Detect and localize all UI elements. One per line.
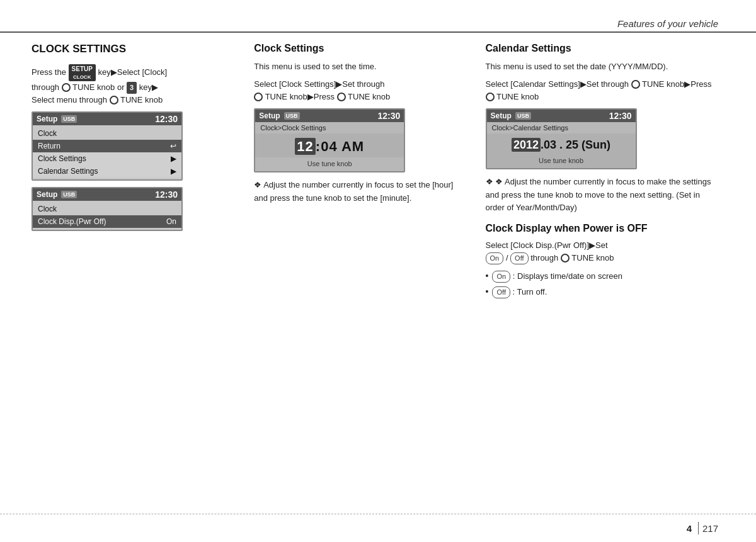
screen1-clock-settings-label: Clock Settings	[38, 154, 86, 163]
screen1-time: 12:30	[155, 114, 178, 124]
mid-screen-header-left: Setup USB	[259, 111, 299, 120]
screen1-header-left: Setup USB	[37, 115, 77, 123]
off-pill: Off	[510, 252, 528, 264]
right-screen-setup-label: Setup	[491, 111, 512, 120]
screen1-clock-label: Clock	[38, 129, 57, 138]
right-note-symbol: ❖	[486, 177, 496, 186]
right-s2-through: through	[530, 253, 561, 263]
screen2-header-left: Setup USB	[37, 190, 77, 199]
page-header: Features of your vehicle	[0, 0, 756, 33]
bullet-dot-1: •	[486, 269, 489, 283]
bullet-off-pill: Off : Turn off.	[492, 286, 547, 298]
mid-screen-time: 12:30	[377, 111, 400, 121]
mid-inst-2: TUNE knob▶Press	[265, 92, 337, 101]
mid-inst-1: Select [Clock Settings]▶Set through	[254, 79, 384, 89]
screen2-row-clock-disp: Clock Disp.(Pwr Off) On	[33, 215, 181, 228]
right-screen-time: 12:30	[609, 111, 632, 121]
mid-screen-header: Setup USB 12:30	[255, 110, 404, 122]
mid-section-title: Clock Settings	[254, 43, 462, 54]
right-screen-breadcrumb: Clock>Calendar Settings	[487, 122, 636, 133]
bullet-on-text: : Displays time/date on screen	[513, 271, 622, 281]
bullet-off-badge: Off	[492, 286, 510, 298]
tune-knob-icon2	[110, 96, 118, 104]
right-column: Calendar Settings This menu is used to s…	[474, 37, 724, 511]
right-screen-date-big: 2012.03 . 25 (Sun)	[487, 138, 636, 152]
header-title: Features of your vehicle	[617, 18, 718, 29]
screen-2: Setup USB 12:30 Clock Clock Disp.(Pwr Of…	[32, 187, 183, 231]
mid-inst-3: TUNE knob	[348, 92, 390, 101]
right-inst-3: TUNE knob	[496, 92, 539, 101]
mid-screen-time-big: 12:04 AM	[255, 138, 404, 155]
tune-knob-icon	[62, 83, 71, 92]
bullet-on-pill: On : Displays time/date on screen	[492, 270, 622, 283]
page-number: 217	[702, 523, 718, 534]
right-note: ❖ ❖ Adjust the number currently in focus…	[486, 176, 713, 213]
intro-text-1: Press the	[32, 67, 66, 77]
right-screen-date-highlight: 2012	[512, 138, 541, 152]
screen2-clock-label: Clock	[38, 205, 57, 213]
bullet-on-badge: On	[492, 271, 510, 283]
on-pill: On	[486, 252, 504, 264]
right-screen-header-left: Setup USB	[491, 111, 531, 120]
screen1-row-calendar-settings: Calendar Settings ▶	[33, 165, 181, 178]
screen1-calendar-settings-arrow: ▶	[171, 167, 176, 176]
mid-screen-breadcrumb: Clock>Clock Settings	[255, 122, 404, 133]
right-tune-knob	[631, 80, 640, 89]
right-desc1: This menu is used to set the date (YYYY/…	[486, 60, 713, 73]
right-desc1-text: This menu is used to set the date (YYYY/…	[486, 62, 668, 71]
intro-text-3: TUNE knob or	[72, 82, 127, 92]
mid-screen: Setup USB 12:30 Clock>Clock Settings 12:…	[254, 108, 405, 172]
right-section2-title: Clock Display when Power is OFF	[486, 223, 713, 234]
right-screen-date-rest: .03 . 25 (Sun)	[541, 138, 610, 151]
screen1-return-arrow: ↩	[170, 142, 176, 150]
chapter-number: 4	[687, 523, 692, 534]
right-screen-header: Setup USB 12:30	[487, 110, 636, 122]
mid-tune-knob2	[337, 93, 346, 101]
screen2-usb-badge: USB	[61, 191, 77, 198]
screen2-time: 12:30	[155, 189, 178, 200]
screen-1: Setup USB 12:30 Clock Return ↩ Clock Set…	[32, 111, 183, 181]
screen2-body: Clock Clock Disp.(Pwr Off) On	[33, 201, 181, 230]
screen1-usb-badge: USB	[61, 115, 77, 123]
screen2-row-clock: Clock	[33, 203, 181, 215]
mid-note-text: Adjust the number currently in focus to …	[254, 180, 453, 202]
right-section2-inst: Select [Clock Disp.(Pwr Off)]▶Set On / O…	[486, 239, 713, 264]
screen2-clock-disp-value: On	[166, 217, 176, 226]
mid-screen-setup-label: Setup	[259, 111, 280, 120]
mid-note-symbol: ❖	[254, 180, 263, 189]
mid-column: Clock Settings This menu is used to set …	[242, 37, 474, 511]
right-screen-date-display: 2012.03 . 25 (Sun)	[487, 133, 636, 154]
mid-instruction: Select [Clock Settings]▶Set through TUNE…	[254, 78, 462, 103]
intro-text-5: TUNE knob	[120, 95, 163, 104]
mid-note: ❖ Adjust the number currently in focus t…	[254, 179, 462, 204]
bullet-off-text: : Turn off.	[513, 287, 547, 296]
num-badge: 3	[127, 82, 137, 94]
screen1-row-return: Return ↩	[33, 140, 181, 152]
right-screen: Setup USB 12:30 Clock>Calendar Settings …	[486, 108, 637, 169]
bullet-dot-2: •	[486, 285, 489, 298]
screen2-clock-disp-label: Clock Disp.(Pwr Off)	[38, 217, 106, 226]
screen1-row-clock-settings: Clock Settings ▶	[33, 152, 181, 165]
mid-screen-time-highlight: 12	[295, 138, 315, 155]
screen2-header: Setup USB 12:30	[33, 188, 181, 201]
screen1-body: Clock Return ↩ Clock Settings ▶ Calendar…	[33, 125, 181, 179]
right-screen-sub: Use tune knob	[487, 154, 636, 168]
left-column: CLOCK SETTINGS Press the SETUPCLOCK key▶…	[32, 37, 242, 511]
mid-screen-time-display: 12:04 AM	[255, 133, 404, 157]
screen1-return-label: Return	[38, 142, 60, 150]
right-tune-knob2	[486, 93, 495, 101]
screen1-row-clock: Clock	[33, 127, 181, 140]
screen1-calendar-settings-label: Calendar Settings	[38, 167, 98, 176]
mid-desc: This menu is used to set the time.	[254, 60, 462, 73]
right-section-title: Calendar Settings	[486, 43, 713, 54]
setup-badge: SETUPCLOCK	[69, 64, 96, 81]
screen1-header: Setup USB 12:30	[33, 113, 181, 125]
left-intro-text: Press the SETUPCLOCK key▶Select [Clock]t…	[32, 64, 231, 106]
right-s2-inst1: Select [Clock Disp.(Pwr Off)]▶Set	[486, 240, 608, 250]
right-inst-1: Select [Calendar Settings]▶Set through	[486, 79, 631, 89]
right-inst-2: TUNE knob▶Press	[642, 79, 711, 89]
right-s2-tune-label: TUNE knob	[571, 253, 614, 263]
right-note-text: ❖ Adjust the number currently in focus t…	[486, 177, 711, 212]
page-footer: 4 217	[0, 514, 756, 542]
bullet-item-on: • On : Displays time/date on screen	[486, 269, 713, 283]
